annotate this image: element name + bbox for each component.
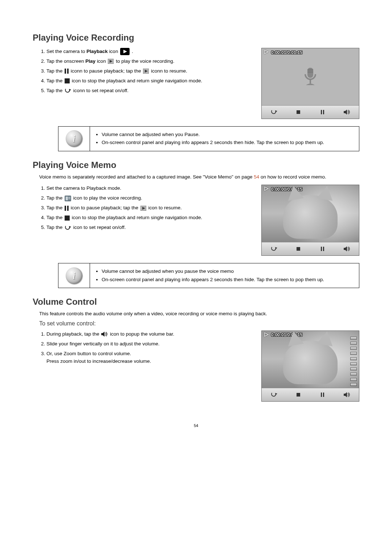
step-text: icon to pause playback; tap the	[71, 205, 140, 210]
step-text: to play the voice recording.	[116, 58, 174, 64]
note-text-cell: Volume cannot be adjusted when you pause…	[90, 263, 359, 288]
repeat-button[interactable]	[270, 390, 278, 399]
voice-recording-screenshot: 0:00:01/0:01:15	[261, 48, 359, 119]
pause-button[interactable]	[318, 390, 327, 399]
step-text: Set the camera to Playback mode.	[46, 185, 121, 191]
info-icon: i	[66, 130, 82, 147]
repeat-button[interactable]	[270, 108, 278, 116]
pause-icon	[65, 206, 69, 211]
info-icon-cell: i	[58, 127, 90, 151]
stop-icon	[65, 78, 70, 83]
step-text: Tap the	[46, 225, 64, 230]
note-item: Volume cannot be adjusted when you Pause…	[102, 131, 354, 138]
playback-control-bar	[262, 105, 359, 119]
list-item: Tap the iconn to set repeat on/off.	[46, 87, 255, 95]
step-text: icon to stop the playback and return sin…	[72, 78, 202, 83]
list-item: Set the camera to Playback icon .	[46, 48, 255, 56]
page-number: 54	[33, 423, 359, 428]
list-item: During playback, tap the icon to popup t…	[46, 331, 255, 338]
note-box: i Volume cannot be adjusted when you pau…	[58, 263, 359, 288]
note-box: i Volume cannot be adjusted when you Pau…	[58, 126, 359, 151]
step-text: iconn to pause playback; tap the	[71, 68, 142, 74]
step-text-bold: Playback	[86, 49, 108, 54]
step-text: .	[132, 49, 133, 54]
voice-memo-screenshot: 0:00:00/0:01:15	[261, 185, 359, 256]
volume-button[interactable]	[343, 390, 351, 399]
pause-button[interactable]	[318, 245, 327, 253]
microphone-icon	[302, 68, 318, 88]
play-indicator-icon	[264, 186, 269, 192]
step-text: Tap the	[46, 205, 64, 210]
stop-button[interactable]	[294, 390, 303, 399]
step-text: icon to play the voice recording.	[73, 195, 142, 201]
note-item: On-screen control panel and playing info…	[102, 276, 354, 283]
list-item: Tap the icon to play the voice recording…	[46, 194, 255, 202]
volume-button[interactable]	[343, 245, 351, 253]
time-counter: 0:00:01/0:01:15	[271, 50, 302, 55]
playback-mode-icon	[120, 48, 130, 55]
step-text-bold: Play	[85, 58, 95, 64]
voice-memo-intro: Voice memo is separately recorded and at…	[39, 174, 359, 181]
note-text-cell: Volume cannot be adjusted when you Pause…	[90, 127, 359, 151]
step-text: Tap the	[46, 68, 64, 74]
info-icon-cell: i	[58, 263, 90, 288]
intro-text: on how to record voice memo.	[261, 174, 326, 180]
steps-volume-control: During playback, tap the icon to popup t…	[33, 331, 255, 365]
play-indicator-icon	[264, 50, 269, 55]
pause-button[interactable]	[318, 108, 327, 116]
step-text: During playback, tap the	[46, 331, 101, 337]
steps-voice-recording: Set the camera to Playback icon . Tap th…	[33, 48, 255, 95]
repeat-icon	[65, 88, 71, 93]
step-text: iconn to resume.	[151, 68, 187, 74]
volume-control-intro: This feature controls the audio volume o…	[39, 311, 359, 317]
step-text: Tap the	[46, 88, 64, 93]
intro-text: Voice memo is separately recorded and at…	[39, 174, 254, 180]
step-text: Tap the	[46, 215, 64, 220]
list-item: Tap the iconn to pause playback; tap the…	[46, 67, 255, 75]
info-icon: i	[66, 267, 82, 284]
heading-playing-voice-memo: Playing Voice Memo	[33, 160, 359, 170]
step-text: Tap the onscreen	[46, 58, 85, 64]
list-item: Set the camera to Playback mode.	[46, 185, 255, 192]
list-item: Tap the icon to stop the playback and re…	[46, 214, 255, 222]
stop-icon	[65, 216, 70, 221]
step-text: icon to set repeat on/off.	[73, 225, 126, 230]
volume-slider[interactable]	[350, 337, 357, 386]
list-item: Tap the onscreen Play icon to play the v…	[46, 58, 255, 65]
playback-control-bar	[262, 242, 359, 255]
heading-volume-control: Volume Control	[33, 297, 359, 307]
step-text: icon	[109, 49, 120, 54]
voice-memo-icon	[65, 196, 71, 201]
volume-button[interactable]	[343, 108, 351, 116]
steps-voice-memo: Set the camera to Playback mode. Tap the…	[33, 185, 255, 231]
step-text: icon	[97, 58, 107, 64]
page-reference-link[interactable]: 54	[254, 174, 259, 180]
step-text: icon to stop the playback and return sin…	[72, 215, 202, 220]
play-icon	[108, 59, 114, 64]
repeat-button[interactable]	[270, 245, 278, 253]
step-text: iconn to set repeat on/off.	[73, 88, 128, 93]
step-text: Tap the	[46, 195, 64, 201]
step-text: Press zoom in/out to increase/decrease v…	[46, 358, 151, 364]
play-icon	[143, 69, 149, 74]
heading-playing-voice-recording: Playing Voice Recording	[33, 33, 359, 43]
play-icon	[140, 206, 146, 211]
step-text: icon to resume.	[148, 205, 181, 210]
step-text: Set the camera to	[46, 49, 86, 54]
list-item: Or, use Zoom button to control volume. P…	[46, 350, 255, 365]
list-item: Slide your finger vertically on it to ad…	[46, 340, 255, 348]
play-indicator-icon	[264, 332, 269, 338]
playback-control-bar	[262, 388, 359, 401]
stop-button[interactable]	[294, 245, 303, 253]
step-text: Tap the	[46, 78, 64, 83]
stop-button[interactable]	[294, 108, 303, 116]
cat-image-placeholder	[283, 195, 338, 239]
step-text: icon to popup the volume bar.	[110, 331, 174, 337]
note-item: Volume cannot be adjusted when you pause…	[102, 268, 354, 275]
step-text: Or, use Zoom button to control volume.	[46, 351, 131, 356]
list-item: Tap the icon to set repeat on/off.	[46, 224, 255, 231]
pause-icon	[65, 69, 69, 74]
subheading-set-volume: To set volume control:	[39, 320, 359, 327]
list-item: Tap the icon to stop the playback and re…	[46, 77, 255, 85]
cat-image-placeholder	[283, 341, 338, 384]
